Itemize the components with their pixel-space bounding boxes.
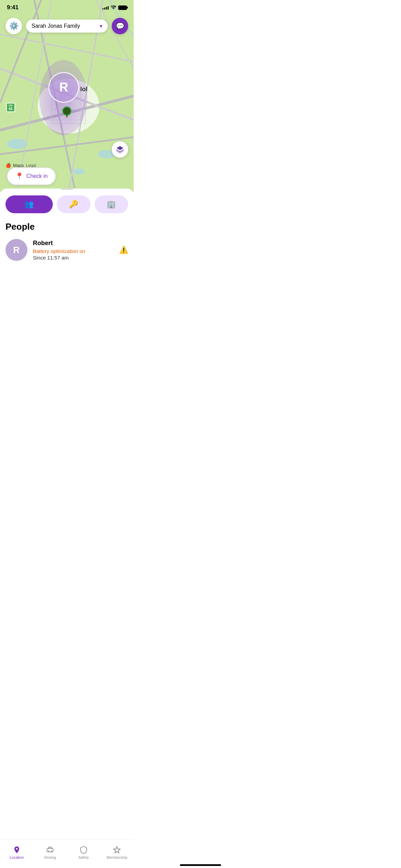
person-avatar: R: [5, 239, 27, 261]
chat-button[interactable]: 💬: [112, 18, 128, 34]
person-avatar-letter: R: [13, 245, 20, 255]
layers-button[interactable]: [112, 141, 128, 158]
status-bar: 9:41: [0, 0, 134, 15]
people-icon: 👥: [24, 200, 34, 209]
family-selector[interactable]: Sarah Jonas Family ▾: [26, 20, 108, 33]
signal-icon: [102, 5, 109, 10]
person-card: R Robert Battery optimization on Since 1…: [0, 239, 134, 261]
apple-icon: 🍎: [5, 163, 11, 168]
battery-icon: [118, 5, 127, 10]
location-dot: [62, 106, 72, 116]
person-name: Robert: [33, 240, 113, 247]
wifi-icon: [111, 5, 116, 10]
check-in-pin-icon: 📍: [15, 172, 24, 180]
places-icon: 🏢: [107, 200, 116, 209]
tab-places[interactable]: 🏢: [95, 195, 128, 213]
sheet-handle: [61, 189, 73, 190]
chat-icon: 💬: [116, 22, 124, 30]
svg-point-1: [7, 139, 27, 149]
status-time: 9:41: [7, 4, 19, 11]
chevron-down-icon: ▾: [100, 23, 102, 29]
family-name: Sarah Jonas Family: [32, 23, 80, 29]
bottom-sheet: 👥 🔑 🏢 People R Robert Battery optimizati…: [0, 189, 134, 295]
person-status: Battery optimization on: [33, 248, 113, 254]
section-title: People: [0, 221, 134, 232]
svg-point-3: [73, 168, 85, 174]
check-in-button[interactable]: 📍 Check in: [7, 167, 56, 185]
tab-buttons: 👥 🔑 🏢: [0, 195, 134, 213]
map-place-label: lol: [80, 86, 87, 93]
tab-keys[interactable]: 🔑: [57, 195, 90, 213]
location-dot-inner: [62, 106, 72, 116]
warning-triangle-icon: ⚠️: [119, 245, 128, 254]
map-avatar-circle: R: [48, 72, 79, 103]
map-avatar-letter: R: [59, 80, 68, 95]
person-info: Robert Battery optimization on Since 11:…: [33, 240, 113, 261]
tab-people[interactable]: 👥: [5, 195, 53, 213]
road-sign-41: US 41: [6, 103, 15, 112]
map-avatar: R: [48, 72, 79, 103]
settings-button[interactable]: ⚙️: [5, 18, 22, 34]
map-container: US 41 R lol ⚙️ Sarah Jonas Family ▾ 💬: [0, 0, 134, 192]
map-header: ⚙️ Sarah Jonas Family ▾ 💬: [0, 15, 134, 37]
person-time: Since 11:57 am: [33, 255, 113, 261]
layers-icon: [116, 145, 124, 154]
check-in-label: Check in: [26, 173, 48, 179]
gear-icon: ⚙️: [9, 22, 19, 31]
status-icons: [102, 5, 127, 10]
key-icon: 🔑: [69, 200, 78, 209]
